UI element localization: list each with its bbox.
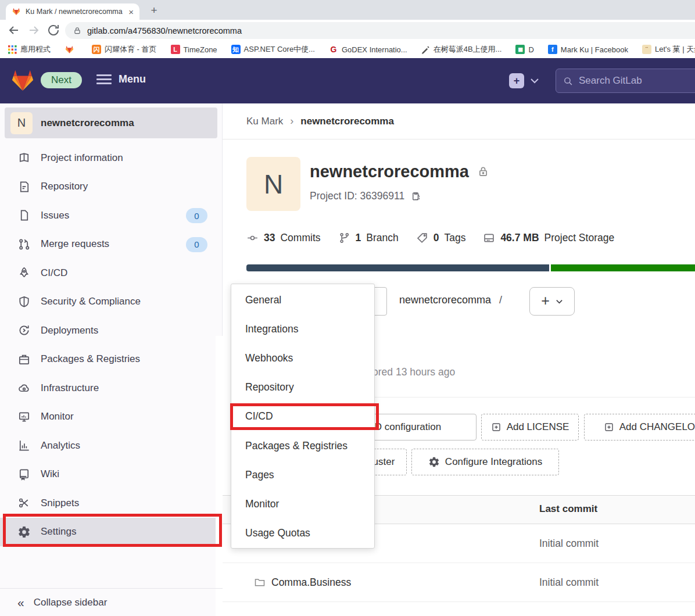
browser-window: Ku Mark / newnetcrorecomma × + gitlab.co… [0,0,695,616]
search-input[interactable] [579,75,678,87]
bookmark-label: ASP.NET Core中使... [244,44,315,55]
annotation-box-cicd [230,403,379,430]
sidebar-item-label: Packages & Registries [41,353,140,365]
sidebar-item-deployments[interactable]: Deployments [0,316,223,345]
sidebar-item-cicd[interactable]: CI/CD [0,259,223,288]
chevron-down-icon[interactable] [530,77,539,84]
back-button[interactable] [7,23,21,37]
facebook-favicon-icon: f [548,45,557,54]
repository-icon [17,180,31,194]
sidebar-item-label: Deployments [41,325,98,336]
settings-menu-item-repository[interactable]: Repository [231,373,374,402]
sidebar-item-packages-registries[interactable]: Packages & Registries [0,345,223,374]
chevron-down-icon [556,299,563,305]
settings-menu-item-webhooks[interactable]: Webhooks [231,343,374,373]
add-file-dropdown-button[interactable]: + [529,287,575,316]
bookmark-facebook[interactable]: f Mark Ku | Facebook [548,45,628,54]
monitor-icon [17,410,31,424]
bookmark-label: Mark Ku | Facebook [561,45,628,54]
browser-tab[interactable]: Ku Mark / newnetcrorecomma × [6,3,139,20]
collapse-sidebar-label: Collapse sidebar [34,597,108,608]
last-commit-link[interactable]: Initial commit [539,576,599,589]
bookmark-gitlab[interactable] [65,45,78,55]
merge-requests-count-badge: 0 [186,237,207,252]
breadcrumb-parent[interactable]: Ku Mark [246,116,283,127]
create-new-button[interactable]: + [509,73,524,88]
bookmark-aspnet[interactable]: 知 ASP.NET Core中使... [231,44,315,55]
settings-menu-item-usage-quotas[interactable]: Usage Quotas [231,519,374,548]
sidebar-item-security-compliance[interactable]: Security & Compliance [0,288,223,317]
bookmark-godex[interactable]: G GoDEX Internatio... [329,45,407,54]
sidebar-item-project-information[interactable]: Project information [0,144,223,173]
collapse-sidebar-button[interactable]: « Collapse sidebar [0,588,223,616]
deployments-icon [17,324,31,337]
reload-button[interactable] [46,23,60,37]
bookmark-shanyao[interactable]: 闪 闪耀体育 - 首页 [92,44,157,55]
sidebar-item-issues[interactable]: Issues 0 [0,201,223,230]
sidebar-item-monitor[interactable]: Monitor [0,403,223,432]
sidebar-item-label: Infrastructure [41,382,99,394]
sidebar-item-repository[interactable]: Repository [0,173,223,202]
bookmark-timezone[interactable]: L TimeZone [171,45,217,54]
rocket-icon [17,266,31,280]
settings-menu-item-pages[interactable]: Pages [231,460,374,489]
gitlab-logo-icon[interactable] [9,67,36,94]
sidebar-item-analytics[interactable]: Analytics [0,431,223,460]
global-search[interactable] [556,69,695,93]
bookmark-apps[interactable]: 應用程式 [8,44,51,55]
breadcrumb-separator-icon: › [290,115,293,127]
issues-count-badge: 0 [186,208,207,223]
stat-branches[interactable]: 1Branch [338,232,399,244]
bookmark-lets-guo[interactable]: ¨ Let's 菓 | 天然果乾... [642,44,695,55]
settings-menu-item-packages-registries[interactable]: Packages & Registries [231,431,374,460]
branch-icon [338,232,350,244]
settings-menu-item-monitor[interactable]: Monitor [231,489,374,518]
pen-favicon-icon [421,45,430,54]
https-lock-icon [73,27,81,35]
sidebar-project-name: newnetcrorecomma [41,117,134,129]
sidebar-project-header[interactable]: N newnetcrorecomma [5,108,217,138]
repo-path: newnetcrorecomma / [399,294,502,306]
menu-label: Menu [119,73,146,85]
bookmark-raspberry[interactable]: 在树莓派4B上使用... [421,44,502,55]
configure-integrations-button[interactable]: Configure Integrations [411,449,559,475]
bookmark-sheet[interactable]: ▦ D [515,45,533,54]
add-license-button[interactable]: Add LICENSE [481,414,579,440]
project-id-label: Project ID: 36396911 [310,190,404,202]
project-title-row: newnetcrorecomma [310,162,489,181]
sidebar-scrollbar[interactable] [216,336,223,616]
sidebar-item-label: Monitor [41,411,74,422]
settings-menu-item-integrations[interactable]: Integrations [231,314,374,343]
repo-path-project[interactable]: newnetcrorecomma [399,294,491,306]
copy-project-id-icon[interactable] [410,191,421,202]
last-commit-link[interactable]: Initial commit [539,538,599,550]
next-badge[interactable]: Next [41,72,82,88]
breadcrumb-current[interactable]: newnetcrorecomma [300,116,394,127]
table-row[interactable]: Comma.Core Initial commit [223,602,695,616]
menu-button[interactable]: Menu [96,72,146,87]
commit-icon [246,232,259,244]
sidebar-item-infrastructure[interactable]: Infrastructure [0,374,223,403]
issues-icon [17,209,31,222]
stat-commits[interactable]: 33Commits [246,232,321,244]
repo-path-separator: / [499,294,502,306]
sidebar-item-merge-requests[interactable]: Merge requests 0 [0,230,223,259]
stat-storage[interactable]: 46.7 MBProject Storage [483,232,614,244]
search-icon [563,76,573,86]
settings-menu-item-general[interactable]: General [231,285,374,314]
sidebar-item-wiki[interactable]: Wiki [0,460,223,489]
new-tab-button[interactable]: + [146,3,162,18]
add-changelog-button[interactable]: Add CHANGELOG [584,414,695,440]
hamburger-icon [96,72,112,87]
tab-close-icon[interactable]: × [128,7,134,17]
table-row[interactable]: Comma.Business Initial commit [223,563,695,602]
sidebar-item-label: Analytics [41,440,80,452]
file-name-link[interactable]: Comma.Business [271,576,351,589]
address-bar[interactable]: gitlab.com/a4756830/newnetcrorecomma [65,22,695,39]
stat-tags[interactable]: 0Tags [416,232,466,244]
sidebar-item-label: Merge requests [41,238,109,250]
spreadsheet-favicon-icon: ▦ [515,45,525,54]
forward-button[interactable] [27,23,41,37]
breadcrumb: Ku Mark › newnetcrorecomma [246,115,394,127]
language-bar[interactable] [246,264,695,271]
